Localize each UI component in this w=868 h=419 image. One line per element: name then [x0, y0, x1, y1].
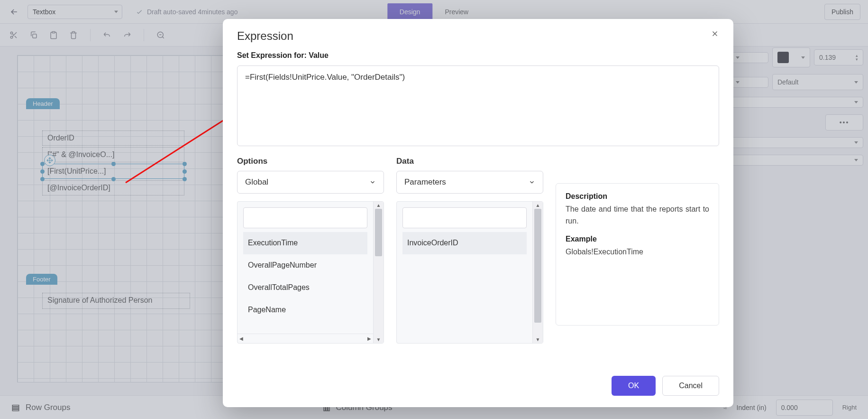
options-panel: Options Global ExecutionTime OverallPage… — [237, 157, 384, 360]
description-text: The date and time that the reports start… — [566, 204, 709, 227]
expression-textarea[interactable] — [237, 65, 719, 146]
options-item[interactable]: OverallTotalPages — [243, 277, 367, 299]
data-scrollbar[interactable]: ▲ ▼ — [532, 202, 543, 343]
example-text: Globals!ExecutionTime — [566, 246, 709, 258]
modal-footer: OK Cancel — [223, 369, 733, 407]
options-item[interactable]: ExecutionTime — [243, 232, 367, 254]
data-select[interactable]: Parameters — [396, 171, 543, 194]
chevron-down-icon — [529, 179, 535, 186]
example-heading: Example — [566, 235, 709, 243]
close-button[interactable] — [711, 29, 719, 39]
set-expression-label: Set Expression for: Value — [237, 51, 719, 60]
data-selected: Parameters — [404, 177, 446, 187]
data-panel: Data Parameters InvoiceOrderID ▲ — [396, 157, 543, 360]
options-label: Options — [237, 157, 384, 166]
options-hscrollbar[interactable]: ◀▶ — [238, 334, 373, 343]
data-search-input[interactable] — [402, 207, 527, 228]
options-scrollbar[interactable]: ▲ ▼ — [373, 202, 384, 343]
description-panel: Description The date and time that the r… — [556, 183, 719, 326]
modal-title: Expression — [237, 29, 293, 43]
options-list: ExecutionTime OverallPageNumber OverallT… — [243, 232, 367, 332]
options-select[interactable]: Global — [237, 171, 384, 194]
cancel-button[interactable]: Cancel — [662, 376, 719, 396]
modal-body: Set Expression for: Value Options Global… — [223, 47, 733, 369]
chevron-down-icon — [369, 179, 376, 186]
options-search-input[interactable] — [243, 207, 367, 228]
options-item[interactable]: OverallPageNumber — [243, 254, 367, 277]
data-item[interactable]: InvoiceOrderID — [402, 232, 527, 254]
options-selected: Global — [245, 177, 268, 187]
data-listbox: InvoiceOrderID ▲ ▼ — [396, 201, 543, 344]
description-heading: Description — [566, 192, 709, 201]
modal-header: Expression — [223, 19, 733, 47]
options-item[interactable]: PageName — [243, 299, 367, 321]
options-listbox: ExecutionTime OverallPageNumber OverallT… — [237, 201, 384, 344]
data-label: Data — [396, 157, 543, 166]
ok-button[interactable]: OK — [612, 376, 656, 396]
expression-modal: Expression Set Expression for: Value Opt… — [223, 19, 733, 407]
data-list: InvoiceOrderID — [402, 232, 527, 332]
panels: Options Global ExecutionTime OverallPage… — [237, 157, 719, 360]
